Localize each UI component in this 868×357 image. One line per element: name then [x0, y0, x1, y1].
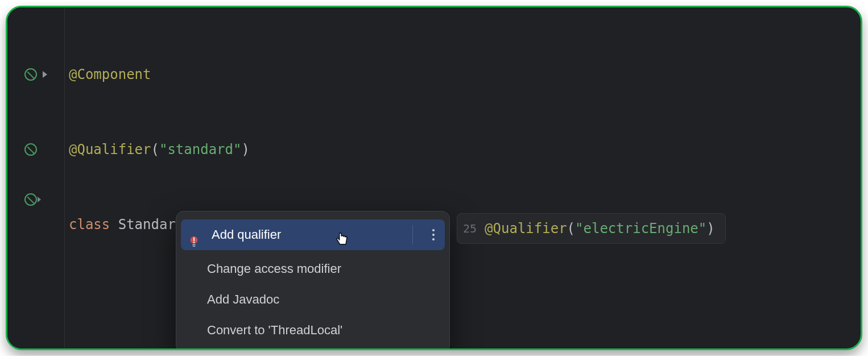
annotation: @Qualifier: [485, 221, 567, 236]
punct: ): [706, 221, 714, 236]
intention-item-convert-threadlocal[interactable]: Convert to 'ThreadLocal': [176, 315, 449, 346]
navigate-icon: [24, 193, 37, 206]
keyword: class: [69, 212, 118, 237]
svg-point-7: [193, 242, 195, 243]
punct: (: [567, 221, 575, 236]
string: "standard": [159, 137, 242, 162]
preview-line-number: 25: [463, 222, 477, 235]
editor-frame: @Component @Qualifier("standard") class …: [6, 6, 862, 350]
intention-item-change-access[interactable]: Change access modifier: [176, 254, 449, 284]
code-line[interactable]: @Component: [69, 62, 861, 87]
svg-rect-6: [193, 238, 195, 241]
svg-rect-8: [192, 244, 196, 246]
intention-label: Add Javadoc: [207, 292, 279, 307]
punct: (: [151, 137, 159, 162]
intention-label: Change access modifier: [207, 261, 341, 276]
visibility-icon: [24, 143, 37, 156]
intention-label: Convert to 'ThreadLocal': [207, 323, 342, 338]
annotation: @Component: [69, 62, 151, 87]
svg-rect-9: [193, 246, 196, 247]
string: "electricEngine": [575, 221, 706, 236]
intention-label: Add qualifier: [212, 227, 281, 242]
code-line[interactable]: @Qualifier("standard"): [69, 137, 861, 162]
intention-item-add-javadoc[interactable]: Add Javadoc: [176, 284, 449, 315]
gutter-row[interactable]: [7, 137, 64, 162]
punct: ): [241, 137, 249, 162]
intention-item-add-qualifier[interactable]: Add qualifier: [181, 219, 445, 250]
quickfix-preview: 25 @Qualifier("electricEngine"): [457, 213, 726, 244]
gutter: [7, 7, 64, 348]
gutter-separator: [64, 7, 65, 348]
visibility-icon: [24, 68, 37, 81]
intention-popup[interactable]: Add qualifier Change access modifier Add…: [176, 211, 450, 350]
gutter-row[interactable]: [7, 187, 64, 212]
more-options-icon[interactable]: [432, 229, 435, 240]
fold-caret-icon[interactable]: [43, 71, 47, 78]
gutter-row[interactable]: [7, 62, 64, 87]
annotation: @Qualifier: [69, 137, 151, 162]
